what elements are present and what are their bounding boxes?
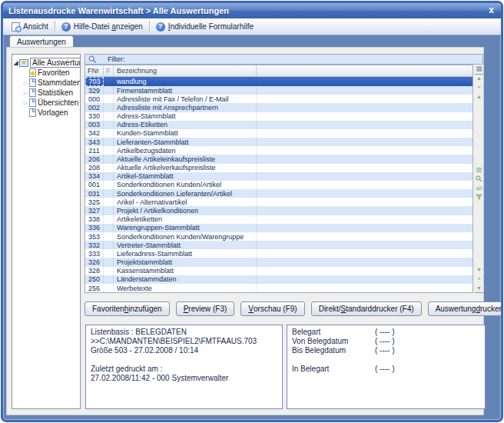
column-header-fnr[interactable]: FNr (85, 65, 104, 76)
cell-fnr: 256 (85, 284, 104, 292)
sidebar-item-favoriten[interactable]: Favoriten (12, 68, 80, 78)
cell-bezeichnung: Artikelbezugsdaten (114, 146, 257, 155)
cell-bezeichnung: Kassenstammblatt (114, 267, 257, 275)
column-chooser-icon[interactable]: ▦ (475, 65, 483, 72)
direkt-standarddrucker-button[interactable]: Direkt/Standarddrucker (F4) (311, 301, 422, 316)
table-row[interactable]: 343Lieferanten-Stammblatt (85, 138, 472, 146)
cell-bezeichnung: Aktuelle Artikelverkaufspreisliste (114, 164, 257, 172)
sidebar-item-statistiken[interactable]: ▷Statistiken (12, 88, 80, 98)
document-icon (29, 108, 36, 117)
cell-fnr: 001 (85, 181, 104, 189)
table-row[interactable]: 342Kunden-Stammblatt (85, 129, 472, 138)
expander-icon[interactable]: ▷ (22, 99, 29, 106)
toolbar-button-individuelle-formularhilfe[interactable]: ?Individuelle Formularhilfe (151, 18, 259, 35)
cell-f (104, 86, 114, 95)
table-row[interactable]: 336Warengruppen-Stammblatt (85, 224, 472, 232)
info-line: >>C:\MANDANTEN\BEISPIEL2\FMTFAAUS.703 (91, 337, 277, 346)
tree-root-label: Alle Auswertungen (30, 58, 81, 68)
last-record-icon[interactable]: ▾ (475, 285, 483, 293)
cell-bezeichnung: Sonderkonditionen Kunden/Warengruppe (114, 232, 257, 241)
table-row[interactable]: 332Vertreter-Stammblatt (85, 241, 472, 249)
list-info-panel: Listenbasis : BELEGDATEN>>C:\MANDANTEN\B… (85, 325, 283, 409)
table-row[interactable]: 206Aktuelle Artikeleinkaufspreisliste (85, 155, 472, 163)
first-record-icon[interactable]: ▴ (475, 74, 483, 82)
prev-record-icon[interactable]: ▴ (475, 93, 483, 101)
help-icon: ? (61, 22, 71, 32)
cell-spacer (257, 275, 472, 284)
append-record-icon[interactable]: + (475, 275, 483, 283)
table-row[interactable]: 329Firmenstammblatt (85, 86, 472, 95)
filter-input[interactable]: Filter: (85, 54, 483, 65)
cell-bezeichnung: Länderstammdaten (114, 275, 257, 284)
table-row[interactable]: 327Projekt / Artikelkonditionen (85, 206, 472, 215)
auswertung-drucken-button[interactable]: Auswertung drucken (428, 301, 503, 316)
table-row[interactable]: 333Lieferadress-Stammblatt (85, 249, 472, 258)
table-row[interactable]: 000Adressliste mit Fax / Telefon / E-Mai… (85, 95, 472, 103)
insert-record-icon[interactable]: + (475, 84, 483, 92)
table-row[interactable]: 002Adressliste mit Ansprechpartnern (85, 103, 472, 112)
sidebar-item-alle-auswertungen[interactable]: ◢Alle Auswertungen (12, 58, 80, 68)
vorschau-button[interactable]: Vorschau (F9) (240, 301, 304, 316)
table-row[interactable]: 330Adress-Stammblatt (85, 112, 472, 121)
table-row[interactable]: 334Artikel-Stammblatt (85, 172, 472, 181)
table-row[interactable]: 250Länderstammdaten (85, 275, 472, 284)
table-row[interactable]: 338Artikeletiketten (85, 215, 472, 224)
cell-spacer (257, 181, 472, 189)
toolbar-separator (55, 21, 55, 32)
table-row[interactable]: 325Arikel - Alternativartikel (85, 198, 472, 206)
cell-bezeichnung: Kunden-Stammblatt (114, 129, 257, 138)
cell-fnr: 329 (85, 86, 104, 95)
table-row[interactable]: 211Artikelbezugsdaten (85, 146, 472, 155)
close-button[interactable]: x (482, 5, 501, 16)
field-value (375, 355, 480, 365)
text-mode-icon[interactable]: ab (475, 185, 483, 192)
tab-auswertungen[interactable]: Auswertungen (9, 35, 74, 48)
favoriten-hinzufuegen-button[interactable]: Favoriten hinzufügen (85, 301, 170, 316)
cell-spacer (257, 121, 472, 129)
expander-icon[interactable]: ◢ (12, 59, 19, 66)
field-row (292, 355, 480, 365)
filter-icon[interactable] (475, 194, 483, 202)
table-row[interactable]: 003Adress-Etiketten (85, 121, 472, 129)
cell-f (104, 198, 114, 206)
cell-bezeichnung: Artikel-Stammblatt (114, 172, 257, 181)
cell-spacer (257, 232, 472, 241)
table-row[interactable]: 353Sonderkonditionen Kunden/Warengruppe (85, 232, 472, 241)
table-row[interactable]: 208Aktuelle Artikelverkaufspreisliste (85, 164, 472, 172)
sidebar-item-uebersichten[interactable]: ▷Übersichten (12, 98, 80, 108)
toolbar-button-ansicht[interactable]: Ansicht (6, 18, 54, 35)
search-icon[interactable] (475, 175, 483, 183)
cell-f (104, 112, 114, 121)
toolbar-button-hilfe-datei-anzeigen[interactable]: ?Hilfe-Datei anzeigen (56, 18, 148, 35)
label-pre: Direkt/ (319, 305, 341, 313)
cell-spacer (257, 103, 472, 112)
nav-group-top: ▦▴+▴ (475, 65, 483, 101)
document-icon (29, 88, 36, 97)
field-value: ( ---- ) (375, 337, 480, 346)
sidebar-item-stammdaten[interactable]: ▷Stammdaten (12, 78, 80, 88)
help-icon: ? (156, 22, 165, 32)
columns-icon[interactable]: ▥ (475, 166, 483, 174)
table-row[interactable]: 256Werbetexte (85, 284, 472, 292)
preview-button[interactable]: Preview (F3) (176, 301, 235, 316)
table-row[interactable]: 328Kassenstammblatt (85, 267, 472, 275)
table-row[interactable]: 326Projektstammblatt (85, 258, 472, 266)
expander-icon[interactable]: ▷ (22, 79, 29, 86)
expander-icon[interactable]: ▷ (22, 89, 29, 96)
field-label: Belegart (292, 328, 375, 337)
cell-fnr: 332 (85, 241, 104, 249)
table-row[interactable]: 031Sonderkonditionen Lieferanten/Artikel (85, 189, 472, 198)
column-header-bezeichnung[interactable]: Bezeichnung (114, 65, 257, 76)
cell-spacer (257, 164, 472, 172)
sidebar-item-vorlagen[interactable]: Vorlagen (12, 108, 80, 118)
next-record-icon[interactable]: ▾ (475, 266, 483, 274)
cell-f (104, 146, 114, 155)
cell-spacer (257, 172, 472, 181)
cell-bezeichnung: Arikel - Alternativartikel (114, 198, 257, 206)
table-row[interactable]: 001Sonderkonditionen Kunden/Artikel (85, 181, 472, 189)
table-row[interactable]: 703wandlung (85, 77, 472, 86)
cell-f (104, 121, 114, 129)
column-header-f[interactable]: F (104, 65, 114, 76)
cell-bezeichnung: Vertreter-Stammblatt (114, 241, 257, 249)
cell-fnr: 353 (85, 232, 104, 241)
